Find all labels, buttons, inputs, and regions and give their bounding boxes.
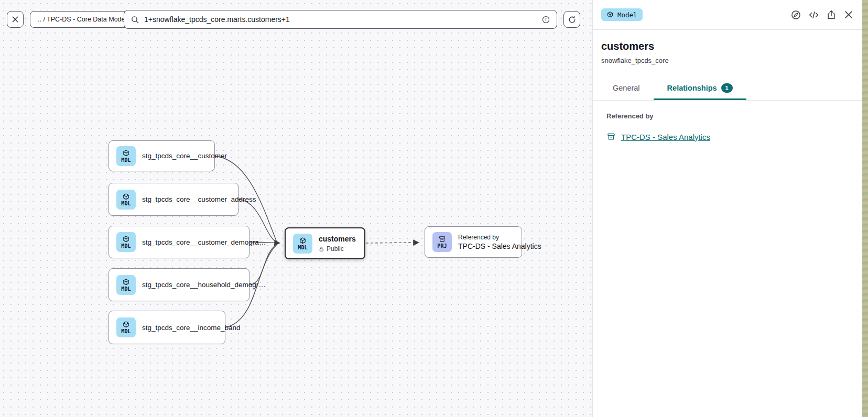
referenced-by-label: Referenced by — [606, 112, 854, 120]
refresh-icon — [568, 15, 577, 24]
unlock-icon — [319, 246, 324, 252]
resource-type-label: Model — [617, 11, 637, 19]
model-resource-badge: MDL — [293, 234, 312, 254]
model-resource-badge: MDL — [116, 190, 136, 210]
node-stg-tpcds-core-household-demographics[interactable]: MDL stg_tpcds_core__household_demogr… — [108, 268, 249, 301]
node-label: TPC-DS - Sales Analytics — [458, 242, 541, 250]
model-resource-badge: MDL — [116, 275, 136, 295]
resource-badge-label: MDL — [298, 245, 308, 250]
project-resource-badge: PRJ — [432, 232, 452, 252]
panel-title-block: customers snowflake_tpcds_core — [593, 30, 862, 64]
close-lineage-button[interactable] — [7, 11, 24, 28]
tab-relationships[interactable]: Relationships 1 — [654, 78, 746, 100]
node-label: stg_tpcds_core__customer_demogra… — [142, 238, 266, 246]
node-access-row: Public — [319, 245, 356, 253]
refresh-lineage-button[interactable] — [563, 11, 580, 28]
cube-icon — [606, 11, 614, 18]
panel-tabs: General Relationships 1 — [593, 78, 862, 101]
model-resource-badge: MDL — [116, 146, 136, 166]
cube-icon — [299, 237, 307, 245]
node-tpcds-sales-analytics-project[interactable]: PRJ Referenced by TPC-DS - Sales Analyti… — [425, 226, 522, 258]
share-icon[interactable] — [826, 9, 837, 20]
resource-badge-label: MDL — [121, 243, 131, 249]
reference-row: TPC-DS - Sales Analytics — [606, 132, 854, 141]
close-panel-icon[interactable] — [843, 9, 854, 20]
archive-box-icon — [438, 235, 446, 243]
panel-actions — [790, 9, 854, 20]
project-subtitle: snowflake_tpcds_core — [601, 57, 854, 64]
node-stg-tpcds-core-customer-demographics[interactable]: MDL stg_tpcds_core__customer_demogra… — [108, 226, 249, 258]
node-label: customers — [319, 235, 356, 243]
node-label: stg_tpcds_core__income_band — [142, 324, 241, 332]
node-customers-selected[interactable]: MDL customers Public — [285, 227, 365, 259]
relationships-tab-content: Referenced by TPC-DS - Sales Analytics — [593, 101, 862, 141]
tab-general[interactable]: General — [599, 78, 654, 100]
details-panel: Model customers snowflake_tpcds_core Gen… — [593, 0, 862, 417]
archive-box-icon — [606, 132, 616, 141]
cube-icon — [122, 278, 130, 286]
search-input[interactable] — [144, 15, 537, 24]
cube-icon — [122, 235, 130, 243]
node-stg-tpcds-core-customer[interactable]: MDL stg_tpcds_core__customer — [108, 140, 215, 171]
code-icon[interactable] — [808, 9, 819, 20]
node-label: stg_tpcds_core__household_demogr… — [142, 281, 266, 289]
search-icon — [131, 15, 139, 24]
cube-icon — [122, 149, 130, 157]
cube-icon — [122, 193, 130, 201]
reference-project-link[interactable]: TPC-DS - Sales Analytics — [621, 133, 710, 141]
model-resource-badge: MDL — [116, 317, 136, 337]
close-icon — [11, 15, 19, 24]
tab-count-badge: 1 — [721, 83, 733, 93]
cube-icon — [122, 321, 130, 328]
node-label: stg_tpcds_core__customer_address — [142, 195, 256, 203]
tab-label: Relationships — [667, 84, 717, 92]
explore-compass-icon[interactable] — [790, 9, 801, 20]
model-resource-badge: MDL — [116, 232, 136, 252]
info-icon[interactable] — [541, 15, 550, 24]
page-title: customers — [601, 40, 854, 52]
lineage-canvas[interactable]: .. / TPC-DS - Core Data Models MDL stg_t… — [0, 0, 593, 417]
breadcrumb-label: .. / TPC-DS - Core Data Models — [38, 16, 130, 23]
resource-type-badge: Model — [601, 8, 643, 21]
node-label: stg_tpcds_core__customer — [142, 152, 227, 160]
node-stg-tpcds-core-customer-address[interactable]: MDL stg_tpcds_core__customer_address — [108, 183, 238, 216]
node-stg-tpcds-core-income-band[interactable]: MDL stg_tpcds_core__income_band — [108, 311, 225, 344]
resource-badge-label: MDL — [121, 328, 131, 334]
resource-badge-label: MDL — [121, 201, 131, 206]
resource-badge-label: PRJ — [437, 243, 447, 249]
panel-header: Model — [593, 0, 862, 30]
node-kicker: Referenced by — [458, 234, 541, 241]
lineage-edges — [0, 0, 593, 417]
resource-badge-label: MDL — [121, 286, 131, 292]
resource-badge-label: MDL — [121, 157, 131, 163]
breadcrumb[interactable]: .. / TPC-DS - Core Data Models — [30, 11, 138, 28]
lineage-search — [124, 10, 557, 29]
desktop-wallpaper-strip — [862, 0, 868, 417]
node-access-label: Public — [327, 245, 344, 253]
tab-label: General — [613, 84, 640, 92]
